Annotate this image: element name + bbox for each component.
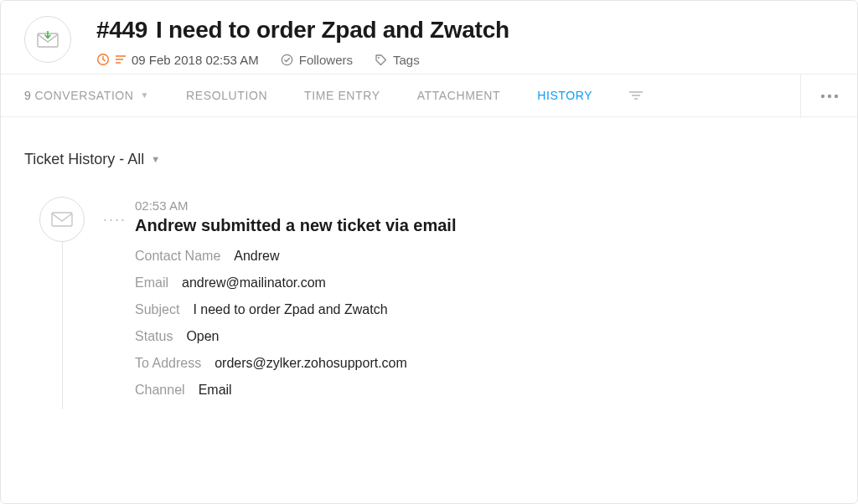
timeline-line <box>62 242 63 409</box>
event-icon-column <box>24 197 100 242</box>
tags-link[interactable]: Tags <box>375 53 420 67</box>
history-body: Ticket History - All ▼ ···· 02:53 AM And… <box>1 117 857 409</box>
tab-resolution-label: RESOLUTION <box>186 89 267 102</box>
history-event: ···· 02:53 AM Andrew submitted a new tic… <box>24 197 834 409</box>
sort-icon[interactable] <box>629 91 643 100</box>
field-label: To Address <box>135 356 201 371</box>
followers-label: Followers <box>299 53 353 67</box>
tab-history[interactable]: HISTORY <box>537 89 592 102</box>
field-value: Open <box>186 329 219 344</box>
field-value: andrew@mailinator.com <box>182 275 326 291</box>
event-title: Andrew submitted a new ticket via email <box>135 216 834 235</box>
event-content: 02:53 AM Andrew submitted a new ticket v… <box>135 197 834 409</box>
field-to-address: To Address orders@zylker.zohosupport.com <box>135 356 834 371</box>
tab-time-entry[interactable]: TIME ENTRY <box>304 89 380 102</box>
history-filter-dropdown[interactable]: Ticket History - All ▼ <box>24 151 834 168</box>
ticket-title: #449I need to order Zpad and Zwatch <box>96 16 834 44</box>
field-label: Subject <box>135 302 179 317</box>
meta-row: 09 Feb 2018 02:53 AM Followers Tags <box>96 53 834 67</box>
field-value: Andrew <box>234 249 279 264</box>
tab-conversation[interactable]: 9 CONVERSATION ▼ <box>24 89 149 102</box>
event-time: 02:53 AM <box>135 198 834 213</box>
ticket-datetime[interactable]: 09 Feb 2018 02:53 AM <box>96 53 259 67</box>
field-email: Email andrew@mailinator.com <box>135 275 834 291</box>
field-label: Channel <box>135 383 185 398</box>
followers-link[interactable]: Followers <box>281 53 353 67</box>
field-label: Status <box>135 329 173 344</box>
ticket-header: #449I need to order Zpad and Zwatch 09 F… <box>1 1 857 74</box>
svg-point-10 <box>820 94 824 97</box>
field-label: Contact Name <box>135 249 220 264</box>
svg-point-11 <box>827 94 830 97</box>
email-icon <box>51 212 73 227</box>
svg-point-12 <box>834 94 837 97</box>
more-actions-button[interactable] <box>800 75 857 118</box>
chevron-down-icon: ▼ <box>151 154 160 164</box>
tag-icon <box>375 54 387 66</box>
field-value: I need to order Zpad and Zwatch <box>193 302 387 317</box>
field-label: Email <box>135 275 168 291</box>
tab-time-entry-label: TIME ENTRY <box>304 89 380 102</box>
conversation-count: 9 <box>24 89 31 102</box>
field-subject: Subject I need to order Zpad and Zwatch <box>135 302 834 317</box>
ticket-number: #449 <box>96 17 147 43</box>
event-channel-icon-wrap <box>39 197 85 242</box>
field-channel: Channel Email <box>135 383 834 398</box>
field-value: orders@zylker.zohosupport.com <box>214 356 407 371</box>
tags-label: Tags <box>393 53 420 67</box>
check-circle-icon <box>281 54 293 66</box>
tab-resolution[interactable]: RESOLUTION <box>186 89 267 102</box>
ticket-channel-icon-wrap <box>24 16 71 63</box>
ticket-tabs: 9 CONVERSATION ▼ RESOLUTION TIME ENTRY A… <box>1 74 857 117</box>
list-icon <box>116 55 126 64</box>
field-contact-name: Contact Name Andrew <box>135 249 834 264</box>
ellipsis-icon <box>820 94 839 99</box>
history-filter-label: Ticket History - All <box>24 151 144 168</box>
email-inbound-icon <box>37 31 59 48</box>
chevron-down-icon: ▼ <box>141 90 150 100</box>
event-more-button[interactable]: ···· <box>103 212 127 227</box>
clock-icon <box>96 53 110 66</box>
ticket-subject: I need to order Zpad and Zwatch <box>156 17 509 43</box>
svg-point-5 <box>282 54 292 64</box>
tab-conversation-label: CONVERSATION <box>34 89 133 102</box>
tab-attachment[interactable]: ATTACHMENT <box>417 89 501 102</box>
svg-point-6 <box>378 57 380 59</box>
header-content: #449I need to order Zpad and Zwatch 09 F… <box>96 16 834 67</box>
field-value: Email <box>199 383 232 398</box>
svg-rect-13 <box>52 213 72 226</box>
field-status: Status Open <box>135 329 834 344</box>
tab-attachment-label: ATTACHMENT <box>417 89 501 102</box>
datetime-text: 09 Feb 2018 02:53 AM <box>132 53 259 67</box>
tab-history-label: HISTORY <box>537 89 592 102</box>
